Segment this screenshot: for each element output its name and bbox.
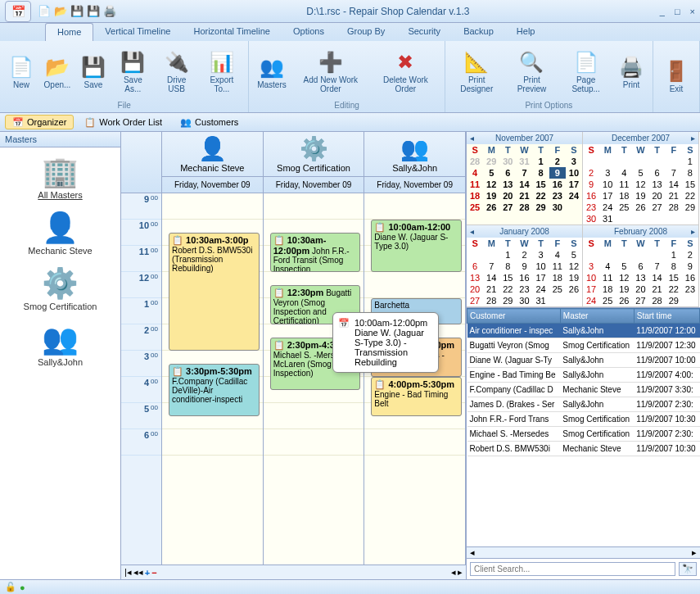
cal-day[interactable]	[682, 213, 698, 224]
cal-day[interactable]: 26	[616, 295, 632, 306]
cal-day[interactable]: 23	[682, 283, 698, 295]
cal-day[interactable]: 11	[467, 179, 483, 190]
cal-day[interactable]: 10	[533, 261, 549, 272]
cal-day[interactable]: 26	[483, 202, 499, 213]
grid-scroll-left-icon[interactable]: ◂	[470, 547, 475, 558]
cal-day[interactable]: 22	[666, 283, 682, 295]
cal-day[interactable]	[616, 156, 632, 167]
grid-row[interactable]: James D. (Brakes - SerSally&John11/9/200…	[467, 397, 700, 412]
cal-day[interactable]: 19	[632, 190, 648, 202]
cal-day[interactable]: 28	[666, 202, 682, 213]
export-button[interactable]: 📊Export To...	[199, 43, 246, 100]
cal-day[interactable]: 6	[632, 261, 648, 272]
cal-day[interactable]	[632, 249, 648, 261]
cal-day[interactable]: 28	[649, 295, 666, 306]
save-button[interactable]: 💾Save	[75, 43, 111, 100]
ribbon-tab-backup[interactable]: Backup	[452, 23, 505, 41]
cal-day[interactable]: 18	[616, 190, 632, 202]
cal-day[interactable]: 31	[533, 295, 549, 306]
cal-day[interactable]	[583, 156, 599, 167]
cal-day[interactable]: 18	[549, 272, 566, 283]
cal-day[interactable]: 1	[682, 156, 698, 167]
cal-day[interactable]: 4	[549, 249, 566, 261]
cal-day[interactable]: 29	[483, 156, 499, 167]
cal-day[interactable]: 12	[632, 179, 648, 190]
cal-day[interactable]: 9	[682, 261, 698, 272]
sidebar-master-0[interactable]: 👤Mechanic Steve	[3, 210, 117, 256]
cal-day[interactable]	[666, 156, 682, 167]
grid-row[interactable]: Bugatti Veyron (SmogSmog Certification11…	[467, 338, 700, 353]
grid-row[interactable]: Diane W. (Jaguar S-TySally&John11/9/2007…	[467, 353, 700, 368]
appointment-2-3[interactable]: 📋 4:00pm-5:30pm Engine - Bad Timing Belt	[371, 377, 462, 416]
cal-day[interactable]: 15	[666, 272, 682, 283]
cal-day[interactable]: 18	[599, 283, 616, 295]
cal-day[interactable]: 14	[666, 179, 682, 190]
ribbon-tab-help[interactable]: Help	[505, 23, 547, 41]
cal-day[interactable]: 17	[583, 283, 599, 295]
addnew-button[interactable]: ➕Add New Work Order	[291, 43, 370, 100]
cal-day[interactable]: 20	[632, 283, 648, 295]
ribbon-tab-home[interactable]: Home	[45, 23, 93, 41]
cal-day[interactable]: 4	[599, 261, 616, 272]
cal-day[interactable]: 14	[649, 272, 666, 283]
appointment-2-0[interactable]: 📋 10:00am-12:00 Diane W. (Jaguar S-Type …	[371, 220, 462, 272]
cal-day[interactable]: 27	[467, 295, 483, 306]
cal-day[interactable]: 29	[682, 202, 698, 213]
cal-day[interactable]: 2	[549, 156, 566, 167]
cal-day[interactable]: 7	[649, 261, 666, 272]
cal-day[interactable]: 30	[499, 156, 516, 167]
qat-print-icon[interactable]: 🖨️	[103, 5, 116, 18]
minical-header-1[interactable]: ▸December 2007	[583, 132, 698, 144]
cal-day[interactable]: 7	[483, 261, 499, 272]
new-button[interactable]: 📄New	[3, 43, 39, 100]
grid-row[interactable]: F.Company (Cadillac DMechanic Steve11/9/…	[467, 383, 700, 397]
cal-day[interactable]: 25	[616, 202, 632, 213]
cal-day[interactable]: 8	[666, 261, 682, 272]
sidebar-master-2[interactable]: 👥Sally&John	[3, 321, 117, 367]
cal-day[interactable]: 31	[599, 213, 616, 224]
cal-day[interactable]	[682, 295, 698, 306]
cal-day[interactable]	[666, 213, 682, 224]
cal-day[interactable]: 5	[483, 167, 499, 179]
cal-day[interactable]: 24	[599, 202, 616, 213]
cal-prev-icon[interactable]: ◂	[470, 134, 474, 143]
cal-day[interactable]: 8	[682, 167, 698, 179]
cal-day[interactable]	[649, 249, 666, 261]
cal-day[interactable]: 4	[467, 167, 483, 179]
cal-day[interactable]: 5	[632, 167, 648, 179]
printpreview-button[interactable]: 🔍Print Preview	[505, 43, 558, 100]
cal-day[interactable]: 31	[516, 156, 532, 167]
cal-day[interactable]: 28	[467, 156, 483, 167]
qat-saveas-icon[interactable]: 💾	[87, 5, 100, 18]
qat-new-icon[interactable]: 📄	[38, 5, 51, 18]
cal-day[interactable]: 13	[632, 272, 648, 283]
cal-day[interactable]: 14	[516, 179, 532, 190]
client-search-input[interactable]	[470, 562, 675, 576]
cal-day[interactable]: 16	[583, 190, 599, 202]
cal-day[interactable]: 16	[682, 272, 698, 283]
cal-day[interactable]	[467, 249, 483, 261]
cal-day[interactable]: 13	[649, 179, 666, 190]
nav-prev-icon[interactable]: ◂◂	[133, 567, 143, 578]
grid-header[interactable]: Customer	[467, 309, 561, 324]
cal-day[interactable]: 24	[583, 295, 599, 306]
tab-workorders[interactable]: 📋Work Order List	[77, 115, 169, 129]
cal-day[interactable]: 2	[516, 249, 532, 261]
exit-button[interactable]: 🚪Exit	[657, 43, 696, 109]
cal-day[interactable]: 15	[533, 179, 549, 190]
cal-day[interactable]	[649, 156, 666, 167]
pagesetup-button[interactable]: 📄Page Setup...	[558, 43, 613, 100]
cal-day[interactable]	[632, 156, 648, 167]
cal-day[interactable]: 12	[483, 179, 499, 190]
cal-day[interactable]: 23	[516, 283, 532, 295]
cal-day[interactable]: 25	[549, 283, 566, 295]
ribbon-tab-options[interactable]: Options	[282, 23, 336, 41]
cal-day[interactable]: 9	[516, 261, 532, 272]
cal-next-icon[interactable]: ▸	[691, 227, 695, 236]
cal-day[interactable]: 30	[516, 295, 532, 306]
cal-day[interactable]: 2	[583, 167, 599, 179]
cal-day[interactable]: 19	[483, 190, 499, 202]
column-header-0[interactable]: 👤Mechanic Steve	[162, 132, 263, 176]
cal-day[interactable]: 22	[682, 190, 698, 202]
cal-day[interactable]: 1	[499, 249, 516, 261]
